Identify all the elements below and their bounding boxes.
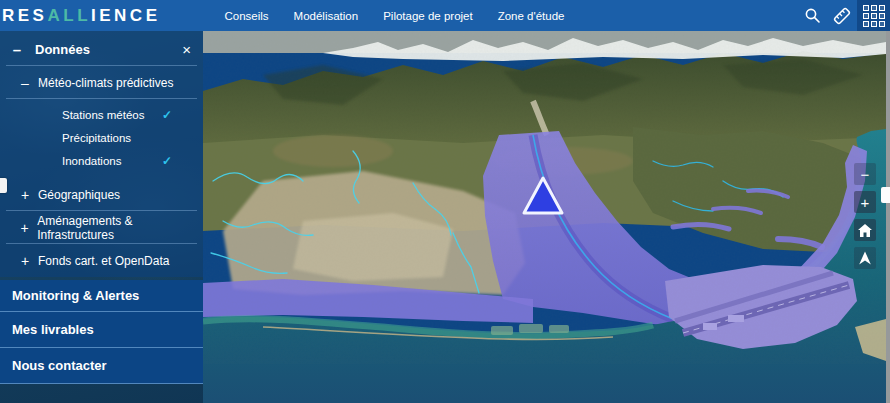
- group-label: Géographiques: [38, 188, 120, 202]
- sidebar: – Données × – Météo-climats prédictives …: [0, 31, 203, 403]
- divider: [6, 243, 197, 244]
- map-view[interactable]: − +: [203, 31, 886, 403]
- nav-item-modelisation[interactable]: Modélisation: [294, 10, 359, 22]
- expand-group-icon[interactable]: +: [18, 253, 32, 269]
- nav-item-zone-etude[interactable]: Zone d'étude: [498, 10, 565, 22]
- group-geographiques[interactable]: + Géographiques: [0, 180, 203, 210]
- measure-ruler-icon: [832, 6, 852, 26]
- section-mes-livrables[interactable]: Mes livrables: [0, 312, 203, 348]
- toolbar-icons: [797, 0, 890, 31]
- divider: [6, 210, 197, 211]
- measure-button[interactable]: [827, 0, 857, 31]
- group-label: Aménagements & Infrastructures: [37, 214, 203, 242]
- logo-part-2: IENCE: [91, 6, 160, 25]
- left-panel-handle[interactable]: [0, 178, 7, 193]
- group-meteo-climats[interactable]: – Météo-climats prédictives: [0, 68, 203, 98]
- nav-item-pilotage[interactable]: Pilotage de projet: [383, 10, 473, 22]
- panel-title: Données: [35, 42, 182, 57]
- zoom-out-button[interactable]: −: [854, 163, 876, 185]
- divider: [6, 65, 197, 66]
- compass-button[interactable]: [854, 247, 876, 269]
- map-controls: − +: [854, 163, 876, 269]
- collapse-group-icon[interactable]: –: [18, 75, 32, 91]
- section-monitoring-alertes[interactable]: Monitoring & Alertes: [0, 280, 203, 312]
- layer-label[interactable]: Inondations: [62, 155, 162, 167]
- layer-label[interactable]: Stations météos: [62, 109, 162, 121]
- logo-part-1: RES: [2, 6, 47, 25]
- donnees-panel: – Données × – Météo-climats prédictives …: [0, 31, 203, 277]
- close-icon[interactable]: ×: [182, 41, 191, 58]
- donnees-panel-header: – Données ×: [0, 31, 203, 65]
- apps-grid-icon: [863, 5, 885, 27]
- sidebar-sections: Monitoring & Alertes Mes livrables Nous …: [0, 280, 203, 384]
- map-3d-scene[interactable]: [203, 31, 886, 403]
- layer-stations-meteos[interactable]: Stations météos ✓: [0, 103, 203, 126]
- expand-group-icon[interactable]: +: [18, 187, 32, 203]
- layer-precipitations[interactable]: Précipitations: [0, 126, 203, 149]
- nav-item-conseils[interactable]: Conseils: [224, 10, 268, 22]
- check-icon: ✓: [162, 154, 172, 168]
- right-panel-handle[interactable]: [881, 187, 890, 203]
- main-nav: Conseils Modélisation Pilotage de projet…: [224, 10, 564, 22]
- check-icon: ✓: [162, 108, 172, 122]
- top-navigation-bar: RESALLIENCE Conseils Modélisation Pilota…: [0, 0, 890, 31]
- north-arrow-icon: [857, 250, 873, 266]
- app-logo[interactable]: RESALLIENCE: [0, 6, 160, 26]
- meteo-sublayers: Stations météos ✓ Précipitations Inondat…: [0, 99, 203, 178]
- section-nous-contacter[interactable]: Nous contacter: [0, 348, 203, 384]
- search-button[interactable]: [797, 0, 827, 31]
- group-fonds-opendata[interactable]: + Fonds cart. et OpenData: [0, 246, 203, 276]
- collapse-panel-icon[interactable]: –: [8, 41, 26, 58]
- group-amenagements[interactable]: + Aménagements & Infrastructures: [0, 213, 203, 243]
- logo-part-accent: ALL: [47, 6, 91, 25]
- group-label: Météo-climats prédictives: [38, 76, 173, 90]
- zoom-in-button[interactable]: +: [854, 191, 876, 213]
- resallience-app: RESALLIENCE Conseils Modélisation Pilota…: [0, 0, 890, 403]
- window-edge-strip: [886, 31, 890, 403]
- search-icon: [804, 7, 821, 24]
- expand-group-icon[interactable]: +: [18, 220, 31, 236]
- layer-label[interactable]: Précipitations: [62, 132, 203, 144]
- home-button[interactable]: [854, 219, 876, 241]
- home-icon: [858, 224, 872, 237]
- group-label: Fonds cart. et OpenData: [38, 254, 169, 268]
- layer-inondations[interactable]: Inondations ✓: [0, 149, 203, 172]
- apps-grid-button[interactable]: [857, 0, 890, 31]
